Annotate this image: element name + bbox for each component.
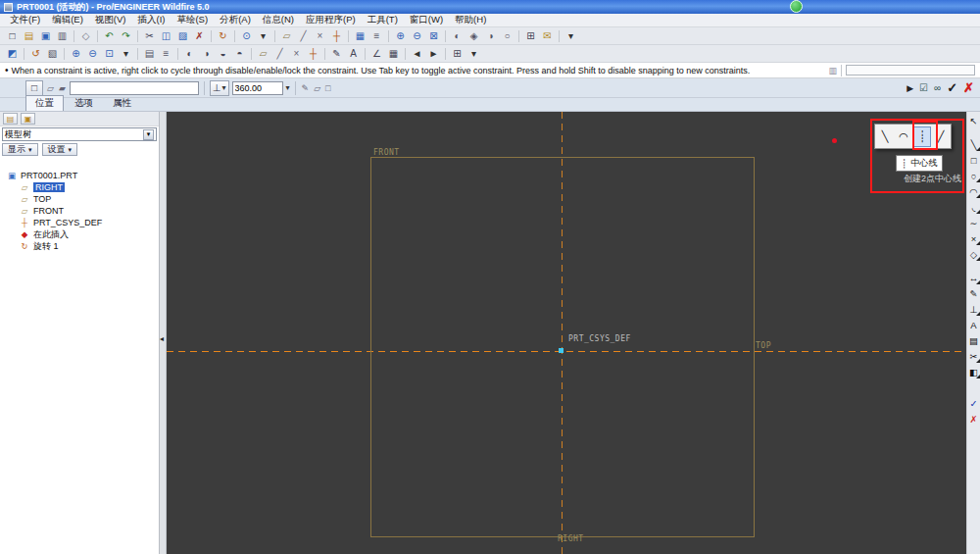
notes-button[interactable]: A — [345, 46, 362, 61]
refit-button[interactable]: ⊠ — [425, 28, 442, 43]
arc-tool[interactable]: ◠ — [967, 185, 980, 198]
tree-item-right[interactable]: ▱ RIGHT — [0, 181, 159, 193]
zoom-in-button[interactable]: ⊕ — [392, 28, 409, 43]
show-dropdown-button[interactable]: 显示 ▾ — [2, 143, 38, 156]
style-shaded-button[interactable]: ◐ — [181, 46, 198, 61]
tab-options[interactable]: 选项 — [66, 96, 102, 111]
angle-value-input[interactable] — [232, 81, 283, 95]
text-tool[interactable]: A — [967, 319, 980, 331]
tab-placement[interactable]: 位置 — [25, 95, 64, 111]
preview-checkbox[interactable]: ☑ — [919, 82, 928, 93]
spline-tool[interactable]: ∼ — [967, 217, 980, 229]
mirror-tool[interactable]: ◧ — [967, 366, 980, 378]
refit-view-button[interactable]: ⊡ — [101, 46, 118, 61]
message-status-field[interactable] — [846, 65, 975, 76]
fillet-tool[interactable]: ◟ — [967, 201, 980, 214]
erase-button[interactable]: ◇ — [77, 28, 94, 43]
regenerate-button[interactable]: ↻ — [215, 28, 231, 43]
cancel-feature-button[interactable]: ✗ — [963, 80, 974, 95]
chevron-down-icon[interactable]: ▾ — [143, 129, 154, 140]
view-manager-button[interactable]: ▤ — [141, 46, 158, 61]
redo-button[interactable]: ↷ — [118, 28, 134, 43]
circle-tool[interactable]: ○ — [967, 170, 980, 182]
tree-folder-button[interactable]: ▤ — [3, 113, 18, 125]
menu-info[interactable]: 信息(N) — [257, 14, 300, 26]
trim-tool[interactable]: ✂ — [967, 350, 980, 363]
copy-button[interactable]: ◫ — [158, 28, 174, 43]
toggle-datum-csys[interactable]: ┼ — [305, 46, 321, 61]
sketch-canvas[interactable]: FRONT TOP RIGHT PRT_CSYS_DEF ╲ ◠ — [167, 112, 966, 554]
tree-item-top[interactable]: ▱ TOP — [0, 193, 159, 205]
new-window-button[interactable]: ⊞ — [522, 28, 539, 43]
settings-dropdown-button[interactable]: 设置 ▾ — [42, 143, 78, 156]
grid-toggle[interactable]: ▦ — [385, 46, 402, 61]
rectangle-tool[interactable]: □ — [967, 154, 980, 167]
use-edge-tool[interactable]: ◇ — [967, 248, 980, 261]
dimension-tool[interactable]: ↔ — [967, 272, 980, 284]
zoom-in-view-button[interactable]: ⊕ — [68, 46, 84, 61]
tree-item-part[interactable]: ▣ PRT0001.PRT — [0, 170, 159, 181]
menu-insert[interactable]: 插入(I) — [131, 14, 171, 26]
wireframe-display-button[interactable]: ○ — [499, 28, 515, 43]
option-icon-2[interactable]: ▰ — [58, 83, 67, 93]
title-bar[interactable]: PRT0001 (活动的) - Pro/ENGINEER Wildfire 5.… — [0, 0, 980, 14]
select-tool[interactable]: ↖ — [967, 115, 980, 127]
menu-analysis[interactable]: 分析(A) — [214, 14, 257, 26]
palette-tool[interactable]: ▤ — [967, 334, 980, 347]
undo-button[interactable]: ↶ — [101, 28, 118, 43]
sketch-edit-icon[interactable]: ✎ — [301, 83, 311, 93]
menu-applications[interactable]: 应用程序(P) — [300, 14, 362, 26]
style-hidden-button[interactable]: ◑ — [198, 46, 215, 61]
reorient-button[interactable]: ▧ — [44, 46, 61, 61]
next-view-button[interactable]: ► — [425, 46, 442, 61]
select-filter-button[interactable]: ▾ — [255, 28, 271, 43]
panel-splitter[interactable]: ◂ — [160, 112, 167, 554]
done-button[interactable]: ✓ — [967, 397, 980, 410]
menu-edit[interactable]: 编辑(E) — [46, 14, 89, 26]
search-button[interactable]: ⊙ — [238, 28, 255, 43]
mail-button[interactable]: ✉ — [539, 28, 556, 43]
style-no-hidden-button[interactable]: ◒ — [215, 46, 231, 61]
more-tools-button[interactable]: ▾ — [563, 28, 579, 43]
surface-option-icon[interactable]: ▱ — [313, 83, 321, 93]
angle-dropdown-icon[interactable]: ▾ — [286, 83, 290, 92]
quit-button[interactable]: ✗ — [967, 413, 980, 426]
previous-view-button[interactable]: ◄ — [409, 46, 425, 61]
no-hidden-display-button[interactable]: ◈ — [466, 28, 482, 43]
paste-button[interactable]: ▨ — [174, 28, 191, 43]
verify-glasses-icon[interactable]: ∞ — [934, 82, 941, 93]
spin-center-button[interactable]: ↺ — [27, 46, 44, 61]
zoom-out-button[interactable]: ⊖ — [409, 28, 425, 43]
toggle-datum-axes[interactable]: ╱ — [271, 46, 288, 61]
constraint-tool[interactable]: ⊥ — [967, 303, 980, 316]
menu-view[interactable]: 视图(V) — [89, 14, 132, 26]
menu-tools[interactable]: 工具(T) — [362, 14, 404, 26]
solid-option-icon[interactable]: □ — [324, 83, 331, 93]
cascade-windows-button[interactable]: ⊞ — [449, 46, 466, 61]
tree-item-front[interactable]: ▱ FRONT — [0, 205, 159, 217]
model-tree-selector[interactable]: 模型树 ▾ — [2, 127, 157, 141]
tree-columns-button[interactable]: ▣ — [21, 113, 35, 125]
model-tree-toggle[interactable]: ▦ — [352, 28, 368, 43]
tree-item-csys[interactable]: ┼ PRT_CSYS_DEF — [0, 217, 159, 228]
zoom-out-view-button[interactable]: ⊖ — [84, 46, 101, 61]
modify-tool[interactable]: ✎ — [967, 287, 980, 300]
layer-manager-button[interactable]: ≡ — [158, 46, 174, 61]
resume-button[interactable]: ▶ — [906, 83, 913, 93]
angle-type-button[interactable]: ⊥ ▾ — [210, 80, 229, 96]
axis-collector-input[interactable] — [70, 81, 199, 95]
tree-item-revolve[interactable]: ↻ 旋转 1 — [0, 240, 159, 252]
more-view-tools-button[interactable]: ▾ — [466, 46, 482, 61]
saved-views-button[interactable]: ▾ — [118, 46, 134, 61]
save-button[interactable]: ▣ — [37, 28, 54, 43]
menu-window[interactable]: 窗口(W) — [404, 14, 449, 26]
datum-plane-toggle[interactable]: ▱ — [278, 28, 295, 43]
line-tool[interactable]: ╲ — [967, 138, 980, 151]
open-button[interactable]: ▤ — [21, 28, 37, 43]
print-button[interactable]: ▥ — [54, 28, 71, 43]
annotation-button[interactable]: ✎ — [328, 46, 345, 61]
tree-item-insert-here[interactable]: ◆ 在此插入 — [0, 228, 159, 240]
sketch-placement-button[interactable]: □ — [25, 80, 43, 96]
datum-csys-toggle[interactable]: ┼ — [328, 28, 345, 43]
toggle-datum-planes[interactable]: ▱ — [255, 46, 271, 61]
